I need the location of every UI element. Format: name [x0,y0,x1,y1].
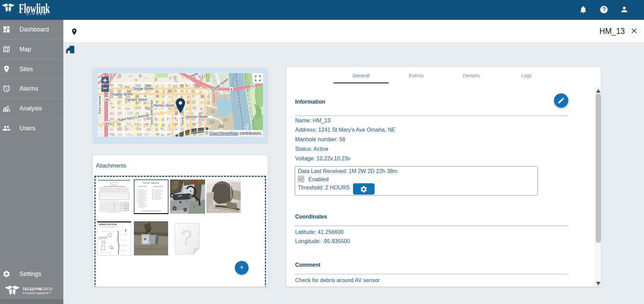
svg-text:Jackson Street: Jackson Street [185,115,207,119]
svg-text:Dodge Street: Dodge Street [133,87,153,91]
svg-text:Harney Street: Harney Street [153,104,175,107]
svg-text:2C: 2C [105,97,109,101]
svg-text:Farnam Street: Farnam Street [125,98,147,102]
svg-text:GENERAL SITE PLAN: GENERAL SITE PLAN [99,223,117,225]
svg-text:TELEDYNE: TELEDYNE [23,287,43,291]
svg-text:Everywhereyoulook™: Everywhereyoulook™ [23,291,51,295]
svg-text:?: ? [181,226,192,248]
svg-text:3: 3 [201,75,203,78]
svg-text:4: 4 [230,87,232,91]
svg-text:Douglas Street: Douglas Street [110,92,132,96]
svg-text:0: 0 [251,84,253,88]
svg-text:ISCO: ISCO [43,287,52,291]
svg-text:2A: 2A [105,121,109,125]
svg-text:Park Avenue: Park Avenue [98,95,101,114]
svg-text:South 20th Street: South 20th Street [150,100,153,125]
svg-text:Tool List - Electrical: Tool List - Electrical [143,182,159,184]
